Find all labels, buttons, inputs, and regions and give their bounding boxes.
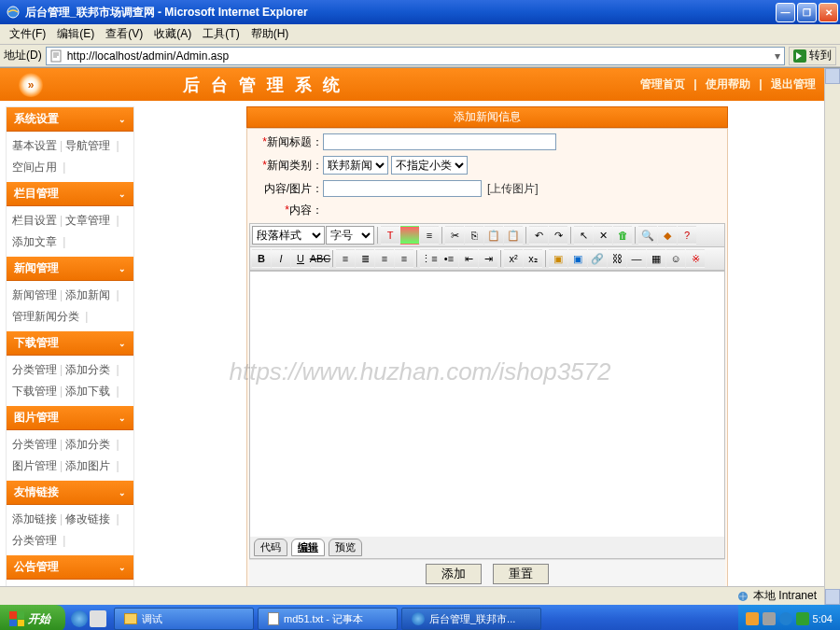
btn-find[interactable]: 🔍 bbox=[638, 226, 657, 245]
sidebar-header-1[interactable]: 栏目管理⌄ bbox=[7, 182, 133, 206]
address-input-wrapper[interactable]: http://localhost/admin/Admin.asp ▾ bbox=[46, 47, 785, 65]
tray-icon-4[interactable] bbox=[796, 612, 809, 625]
btn-remove-link[interactable]: ⛓ bbox=[608, 249, 626, 268]
input-content-image[interactable] bbox=[323, 180, 482, 197]
upload-image-link[interactable]: [上传图片] bbox=[487, 181, 539, 197]
btn-align-right[interactable]: ≡ bbox=[375, 249, 394, 268]
sidebar-link[interactable]: 添加新闻 bbox=[65, 288, 110, 301]
sidebar-link[interactable]: 导航管理 bbox=[65, 139, 110, 152]
sidebar-link[interactable]: 修改链接 bbox=[65, 512, 110, 525]
sidebar-link[interactable]: 添加链接 bbox=[12, 512, 57, 525]
select-font-size[interactable]: 字号 bbox=[326, 226, 374, 245]
go-button[interactable]: 转到 bbox=[789, 47, 836, 65]
select-para-style[interactable]: 段落样式 bbox=[252, 226, 325, 245]
btn-outdent[interactable]: ⇤ bbox=[459, 249, 478, 268]
btn-backcolor[interactable] bbox=[400, 226, 419, 245]
task-notepad[interactable]: md51.txt - 记事本 bbox=[258, 608, 398, 630]
sidebar-header-4[interactable]: 图片管理⌄ bbox=[7, 406, 133, 430]
btn-subscript[interactable]: x₂ bbox=[524, 249, 542, 268]
menu-favorites[interactable]: 收藏(A) bbox=[148, 24, 197, 44]
editor-tab-code[interactable]: 代码 bbox=[254, 539, 287, 556]
btn-insert-symbol[interactable]: ※ bbox=[686, 249, 705, 268]
sidebar-link[interactable]: 分类管理 bbox=[12, 363, 57, 376]
sidebar-link[interactable]: 文章管理 bbox=[65, 214, 110, 227]
tray-icon-3[interactable] bbox=[779, 612, 792, 625]
select-category-main[interactable]: 联邦新闻 bbox=[323, 156, 388, 175]
btn-cut[interactable]: ✂ bbox=[445, 226, 464, 245]
tray-icon-2[interactable] bbox=[763, 612, 776, 625]
sidebar-link[interactable]: 栏目设置 bbox=[12, 214, 57, 227]
link-admin-home[interactable]: 管理首页 bbox=[640, 77, 685, 91]
editor-tab-edit[interactable]: 编辑 bbox=[291, 539, 325, 556]
ql-desktop-icon[interactable] bbox=[90, 610, 106, 627]
btn-copy[interactable]: ⎘ bbox=[465, 226, 483, 245]
btn-align-center[interactable]: ≣ bbox=[356, 249, 374, 268]
sidebar-link[interactable]: 管理新闻分类 bbox=[12, 310, 79, 323]
clock[interactable]: 5:04 bbox=[813, 613, 833, 624]
menu-view[interactable]: 查看(V) bbox=[100, 24, 148, 44]
sidebar-link[interactable]: 添加分类 bbox=[65, 438, 110, 451]
sidebar-link[interactable]: 添加图片 bbox=[65, 459, 110, 472]
sidebar-link[interactable]: 下载管理 bbox=[12, 385, 57, 398]
ql-ie-icon[interactable] bbox=[71, 610, 88, 627]
btn-paste[interactable]: 📋 bbox=[484, 226, 503, 245]
editor-canvas[interactable] bbox=[250, 271, 724, 537]
sidebar-header-5[interactable]: 友情链接⌄ bbox=[7, 481, 133, 505]
btn-list-unordered[interactable]: •≡ bbox=[440, 249, 458, 268]
menu-tools[interactable]: 工具(T) bbox=[197, 24, 245, 44]
sidebar-header-0[interactable]: 系统设置⌄ bbox=[7, 107, 133, 132]
menu-help[interactable]: 帮助(H) bbox=[245, 24, 295, 44]
input-news-title[interactable] bbox=[323, 133, 556, 150]
btn-insert-table[interactable]: ▦ bbox=[647, 249, 665, 268]
sidebar-link[interactable]: 分类管理 bbox=[12, 534, 57, 547]
sidebar-link[interactable]: 基本设置 bbox=[12, 139, 57, 152]
menu-file[interactable]: 文件(F) bbox=[4, 24, 51, 44]
btn-align-left[interactable]: ≡ bbox=[336, 249, 355, 268]
sidebar-link[interactable]: 添加下载 bbox=[65, 385, 110, 398]
minimize-button[interactable]: — bbox=[776, 3, 795, 22]
scroll-down-icon[interactable] bbox=[825, 589, 840, 605]
sidebar-header-3[interactable]: 下载管理⌄ bbox=[7, 331, 133, 356]
close-button[interactable]: ✕ bbox=[819, 3, 838, 22]
link-logout[interactable]: 退出管理 bbox=[771, 77, 816, 91]
btn-list-ordered[interactable]: ⋮≡ bbox=[420, 249, 439, 268]
btn-strike[interactable]: ABC bbox=[311, 249, 329, 268]
select-category-sub[interactable]: 不指定小类 bbox=[391, 156, 468, 175]
link-help[interactable]: 使用帮助 bbox=[706, 77, 750, 91]
sidebar-header-2[interactable]: 新闻管理⌄ bbox=[7, 257, 133, 281]
btn-forecolor[interactable]: T bbox=[381, 226, 399, 245]
btn-italic[interactable]: I bbox=[272, 249, 290, 268]
btn-bold[interactable]: B bbox=[252, 249, 271, 268]
task-folder[interactable]: 调试 bbox=[114, 608, 254, 630]
scroll-up-icon[interactable] bbox=[825, 68, 840, 84]
btn-preview[interactable]: ◆ bbox=[658, 226, 677, 245]
reset-button[interactable]: 重置 bbox=[493, 564, 549, 584]
btn-help-icon[interactable]: ? bbox=[678, 226, 696, 245]
btn-superscript[interactable]: x² bbox=[504, 249, 523, 268]
btn-redo[interactable]: ↷ bbox=[549, 226, 567, 245]
btn-properties[interactable]: 🗑 bbox=[613, 226, 632, 245]
btn-undo[interactable]: ↶ bbox=[529, 226, 548, 245]
vertical-scrollbar[interactable] bbox=[824, 68, 840, 605]
sidebar-link[interactable]: 空间占用 bbox=[12, 161, 57, 174]
sidebar-link[interactable]: 新闻管理 bbox=[12, 288, 57, 301]
tray-icon-1[interactable] bbox=[746, 612, 759, 625]
btn-insert-media[interactable]: ▣ bbox=[568, 249, 587, 268]
btn-indent[interactable]: ⇥ bbox=[479, 249, 497, 268]
sidebar-link[interactable]: 添加分类 bbox=[65, 363, 110, 376]
btn-insert-emoji[interactable]: ☺ bbox=[666, 249, 685, 268]
maximize-button[interactable]: ❐ bbox=[797, 3, 817, 22]
menu-edit[interactable]: 编辑(E) bbox=[51, 24, 100, 44]
btn-clear-format[interactable]: ✕ bbox=[594, 226, 612, 245]
btn-select-cursor[interactable]: ↖ bbox=[574, 226, 593, 245]
btn-align-justify[interactable]: ≡ bbox=[395, 249, 413, 268]
task-ie[interactable]: 后台管理_联邦市... bbox=[401, 608, 541, 630]
sidebar-link[interactable]: 分类管理 bbox=[12, 438, 57, 451]
btn-paste-text[interactable]: 📋 bbox=[504, 226, 523, 245]
btn-insert-hr[interactable]: — bbox=[627, 249, 646, 268]
btn-insert-link[interactable]: 🔗 bbox=[588, 249, 607, 268]
btn-insert-image[interactable]: ▣ bbox=[549, 249, 567, 268]
btn-marquee[interactable]: ≡ bbox=[420, 226, 439, 245]
sidebar-link[interactable]: 添加文章 bbox=[12, 235, 57, 248]
editor-tab-preview[interactable]: 预览 bbox=[329, 539, 362, 556]
